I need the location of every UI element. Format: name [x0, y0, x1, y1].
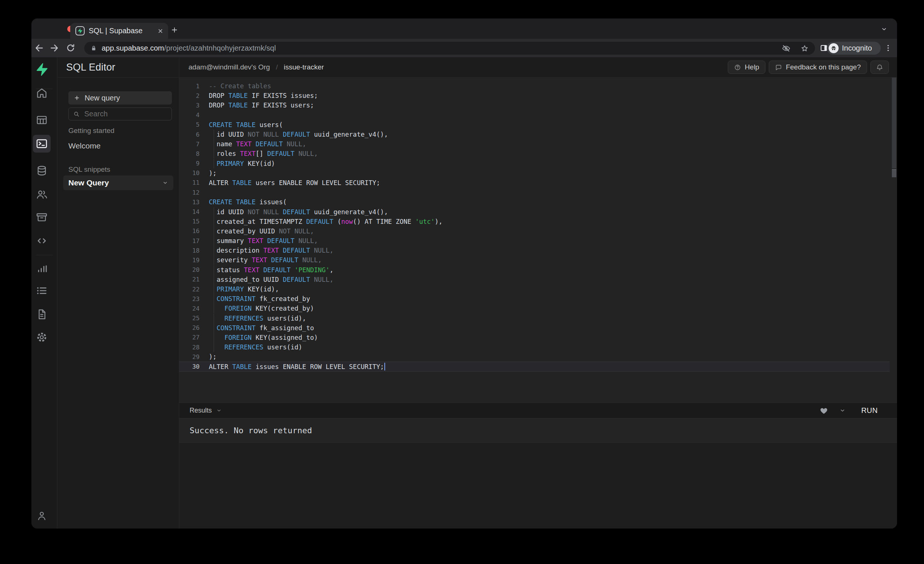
forward-arrow-icon[interactable]	[49, 43, 60, 53]
sidebar-item-edge-functions[interactable]	[33, 232, 51, 250]
eye-off-icon[interactable]	[782, 44, 790, 53]
code-line[interactable]: 7 name TEXT DEFAULT NULL,	[179, 139, 890, 149]
code-line[interactable]: 3DROP TABLE IF EXISTS users;	[179, 100, 890, 110]
code-line[interactable]: 28 REFERENCES users(id)	[179, 343, 890, 352]
line-number: 30	[179, 363, 200, 370]
lock-icon[interactable]	[90, 45, 97, 52]
code-line[interactable]: 25 REFERENCES users(id),	[179, 314, 890, 323]
tab-close-icon[interactable]	[157, 28, 164, 34]
run-button[interactable]: RUN	[861, 406, 878, 415]
line-text: REFERENCES users(id)	[209, 344, 302, 351]
sidebar-item-sql-editor[interactable]	[33, 135, 51, 153]
results-chevron-icon[interactable]	[216, 408, 222, 413]
line-text: severity TEXT DEFAULT NULL,	[209, 256, 322, 264]
bookmark-star-icon[interactable]	[800, 44, 809, 53]
code-line[interactable]: 30ALTER TABLE issues ENABLE ROW LEVEL SE…	[179, 362, 890, 371]
code-line[interactable]: 23 CONSTRAINT fk_created_by	[179, 294, 890, 304]
line-number: 16	[179, 227, 200, 235]
line-number: 1	[179, 83, 200, 90]
code-line[interactable]: 26 CONSTRAINT fk_assigned_to	[179, 323, 890, 333]
back-arrow-icon[interactable]	[34, 43, 44, 53]
browser-tab[interactable]: SQL | Supabase	[70, 23, 168, 39]
rail-divider	[36, 255, 53, 255]
code-line[interactable]: 5CREATE TABLE users(	[179, 120, 890, 130]
line-text: DROP TABLE IF EXISTS issues;	[209, 92, 318, 99]
kebab-menu-icon[interactable]	[884, 43, 892, 52]
code-line[interactable]: 27 FOREIGN KEY(assigned_to)	[179, 333, 890, 343]
code-line[interactable]: 9 PRIMARY KEY(id)	[179, 159, 890, 168]
getting-started-label: Getting started	[68, 127, 115, 135]
new-tab-button[interactable]	[169, 24, 180, 36]
sidebar-item-reports[interactable]	[33, 260, 51, 277]
sidebar-item-auth[interactable]	[33, 186, 51, 203]
url-path: /project/azahtnhqohyjerzaxtmk/sql	[164, 44, 276, 52]
nav-rail	[32, 57, 57, 528]
line-text: assigned_to UUID DEFAULT NULL,	[209, 276, 333, 283]
line-text: status TEXT DEFAULT 'PENDING',	[209, 266, 333, 274]
sidebar-item-home[interactable]	[33, 84, 51, 102]
code-line[interactable]: 24 FOREIGN KEY(created_by)	[179, 304, 890, 313]
results-empty-area	[179, 443, 897, 528]
code-line[interactable]: 16 created_by UUID NOT NULL,	[179, 226, 890, 236]
line-number: 26	[179, 324, 200, 331]
tab-search-chevron-icon[interactable]	[881, 26, 887, 33]
line-number: 10	[179, 169, 200, 177]
sql-code-editor[interactable]: 1-- Create tables2DROP TABLE IF EXISTS i…	[179, 78, 897, 402]
scrollbar-thumb-segment[interactable]	[892, 169, 896, 177]
code-line[interactable]: 10);	[179, 168, 890, 178]
code-line[interactable]: 22 PRIMARY KEY(id),	[179, 284, 890, 294]
sidebar-item-new-query[interactable]: New Query	[63, 175, 173, 190]
code-line[interactable]: 14 id UUID NOT NULL DEFAULT uuid_generat…	[179, 207, 890, 217]
status-message: Success. No rows returned	[190, 426, 312, 435]
supabase-logo-icon[interactable]	[33, 61, 51, 78]
favorite-heart-icon[interactable]	[819, 406, 828, 415]
notifications-button[interactable]	[870, 61, 889, 74]
line-text: PRIMARY KEY(id),	[209, 286, 279, 293]
code-line[interactable]: 19 severity TEXT DEFAULT NULL,	[179, 255, 890, 265]
sidebar-item-welcome[interactable]: Welcome	[68, 141, 100, 150]
sql-editor-panel: SQL Editor New query Getting started Wel…	[57, 57, 179, 528]
chevron-down-icon[interactable]	[162, 180, 168, 186]
code-line[interactable]: 8 roles TEXT[] DEFAULT NULL,	[179, 149, 890, 159]
code-line[interactable]: 2DROP TABLE IF EXISTS issues;	[179, 91, 890, 100]
breadcrumb-org[interactable]: adam@windmill.dev's Org	[189, 63, 270, 71]
code-line[interactable]: 1-- Create tables	[179, 81, 890, 91]
code-line[interactable]: 17 summary TEXT DEFAULT NULL,	[179, 236, 890, 245]
code-line[interactable]: 18 description TEXT DEFAULT NULL,	[179, 245, 890, 255]
sidebar-item-docs[interactable]	[33, 305, 51, 323]
new-query-button-label: New query	[85, 94, 120, 102]
bell-icon	[876, 64, 884, 71]
reload-icon[interactable]	[65, 43, 76, 53]
search-box[interactable]	[68, 108, 172, 120]
code-line[interactable]: 15 created_at TIMESTAMPTZ DEFAULT (now()…	[179, 217, 890, 226]
line-number: 19	[179, 257, 200, 264]
code-line[interactable]: 4	[179, 111, 890, 120]
results-output: Success. No rows returned	[179, 419, 897, 443]
code-line[interactable]: 13CREATE TABLE issues(	[179, 197, 890, 207]
code-line[interactable]: 29);	[179, 352, 890, 362]
code-line[interactable]: 20 status TEXT DEFAULT 'PENDING',	[179, 265, 890, 275]
code-line[interactable]: 11ALTER TABLE users ENABLE ROW LEVEL SEC…	[179, 178, 890, 188]
code-line[interactable]: 6 id UUID NOT NULL DEFAULT uuid_generate…	[179, 130, 890, 139]
scrollbar-thumb[interactable]	[892, 78, 896, 168]
code-line[interactable]: 21 assigned_to UUID DEFAULT NULL,	[179, 275, 890, 284]
search-input[interactable]	[84, 110, 167, 118]
sidebar-item-storage[interactable]	[33, 208, 51, 226]
run-options-chevron-icon[interactable]	[839, 407, 846, 414]
sidebar-item-database[interactable]	[33, 162, 51, 180]
feedback-button-label: Feedback on this page?	[786, 63, 861, 71]
new-query-button[interactable]: New query	[68, 91, 172, 105]
sidebar-item-logs[interactable]	[33, 282, 51, 299]
code-line[interactable]: 12	[179, 188, 890, 197]
results-dropdown[interactable]: Results	[190, 407, 212, 414]
sidebar-item-table-editor[interactable]	[33, 111, 51, 129]
sidebar-item-settings[interactable]	[33, 328, 51, 346]
line-number: 6	[179, 131, 200, 138]
breadcrumb-project[interactable]: issue-tracker	[284, 63, 324, 71]
page-title: SQL Editor	[66, 62, 116, 73]
url-bar[interactable]: app.supabase.com/project/azahtnhqohyjerz…	[84, 42, 815, 55]
line-number: 29	[179, 353, 200, 361]
feedback-button[interactable]: Feedback on this page?	[769, 61, 867, 74]
help-button[interactable]: Help	[728, 61, 765, 74]
account-icon[interactable]	[33, 507, 51, 525]
